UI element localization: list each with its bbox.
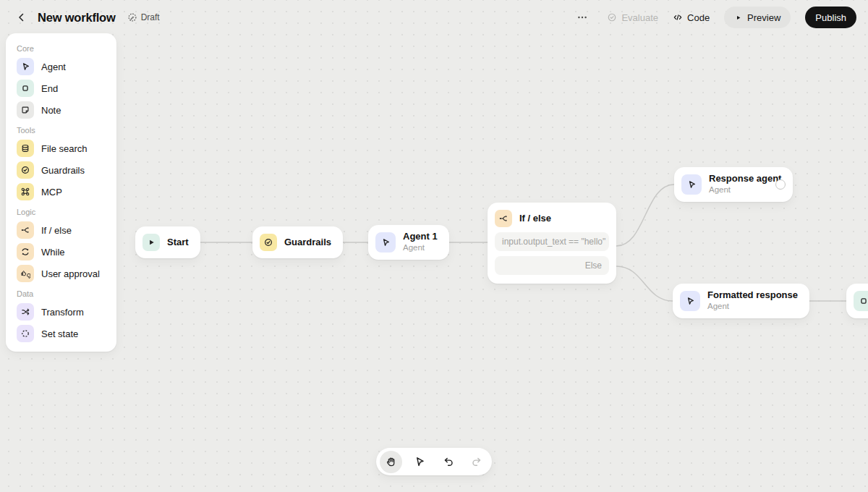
- node-palette: Core Agent End Note Tools File search Gu…: [6, 33, 116, 352]
- palette-item-note[interactable]: Note: [13, 99, 109, 121]
- workflow-title: New workflow: [38, 11, 116, 25]
- shuffle-icon: [17, 303, 34, 321]
- code-icon: [673, 12, 683, 22]
- chevron-left-icon: [16, 12, 27, 23]
- palette-item-agent[interactable]: Agent: [13, 56, 109, 77]
- top-bar: New workflow Draft Evaluate Code Preview…: [0, 0, 868, 35]
- section-label-logic: Logic: [13, 203, 109, 219]
- palette-item-label: Set state: [41, 328, 78, 339]
- palette-item-label: MCP: [41, 187, 62, 198]
- preview-label: Preview: [747, 12, 780, 23]
- back-button[interactable]: [12, 7, 32, 27]
- node-start[interactable]: Start: [135, 226, 200, 258]
- preview-button[interactable]: Preview: [724, 7, 791, 28]
- palette-item-while[interactable]: While: [13, 241, 109, 263]
- status-badge: Draft: [127, 12, 160, 22]
- palette-item-transform[interactable]: Transform: [13, 301, 109, 323]
- shield-check-icon: [17, 161, 34, 179]
- agent-cursor-icon: [375, 232, 396, 253]
- node-agent-1[interactable]: Agent 1 Agent: [368, 225, 449, 260]
- undo-icon: [443, 456, 454, 467]
- code-label: Code: [687, 12, 710, 23]
- palette-item-file-search[interactable]: File search: [13, 137, 109, 159]
- edge-ifelse-response-agent: [616, 184, 674, 246]
- palette-item-guardrails[interactable]: Guardrails: [13, 159, 109, 181]
- cursor-icon: [414, 456, 425, 467]
- agent-cursor-icon: [17, 58, 34, 75]
- status-badge-label: Draft: [141, 12, 160, 22]
- note-icon: [17, 101, 34, 119]
- code-button[interactable]: Code: [673, 12, 710, 23]
- ellipsis-icon: [576, 12, 588, 23]
- publish-label: Publish: [815, 12, 846, 23]
- undo-button[interactable]: [437, 451, 459, 473]
- node-title: Start: [167, 237, 189, 248]
- canvas-toolbar: [376, 448, 492, 475]
- publish-button[interactable]: Publish: [805, 7, 856, 28]
- palette-item-label: Agent: [41, 62, 66, 72]
- palette-item-mcp[interactable]: MCP: [13, 181, 109, 203]
- node-if-else[interactable]: If / else input.output_text == "hello" E…: [488, 203, 616, 284]
- top-bar-right: Evaluate Code Preview Publish: [572, 7, 856, 28]
- if-else-header: If / else: [495, 210, 609, 227]
- node-end-partial[interactable]: [846, 284, 868, 318]
- section-label-core: Core: [13, 39, 109, 56]
- dashed-circle-icon: [17, 325, 34, 342]
- play-icon: [142, 234, 160, 251]
- agent-cursor-icon: [681, 174, 702, 195]
- palette-item-label: Note: [41, 105, 61, 116]
- node-title: Agent 1: [403, 232, 438, 242]
- node-title: Guardrails: [284, 237, 331, 248]
- redo-button[interactable]: [466, 451, 488, 473]
- node-title: Response agent: [709, 174, 781, 184]
- else-row[interactable]: Else: [495, 256, 609, 275]
- node-title: If / else: [519, 213, 551, 224]
- branch-icon: [495, 210, 512, 227]
- evaluate-button[interactable]: Evaluate: [607, 12, 658, 23]
- loop-icon: [17, 243, 34, 260]
- output-port[interactable]: [775, 179, 786, 190]
- play-icon: [734, 14, 742, 22]
- palette-item-label: User approval: [41, 268, 100, 279]
- palette-item-user-approval[interactable]: User approval: [13, 263, 109, 284]
- section-label-data: Data: [13, 284, 109, 301]
- agent-cursor-icon: [680, 291, 700, 311]
- hand-icon: [386, 456, 397, 467]
- evaluate-label: Evaluate: [621, 12, 658, 23]
- end-square-icon: [17, 80, 34, 97]
- select-tool-button[interactable]: [409, 451, 431, 473]
- palette-item-label: End: [41, 83, 58, 94]
- palette-item-end[interactable]: End: [13, 77, 109, 99]
- section-label-tools: Tools: [13, 121, 109, 137]
- shield-check-icon: [260, 234, 277, 251]
- palette-item-set-state[interactable]: Set state: [13, 323, 109, 344]
- branch-icon: [17, 221, 34, 239]
- node-subtitle: Agent: [403, 243, 438, 253]
- thumbs-icon: [17, 265, 34, 282]
- palette-item-label: Transform: [41, 307, 84, 318]
- draft-icon: [127, 12, 137, 22]
- if-condition-row[interactable]: input.output_text == "hello": [495, 232, 609, 251]
- palette-item-if-else[interactable]: If / else: [13, 219, 109, 241]
- node-formatted-response[interactable]: Formatted response Agent: [673, 284, 809, 318]
- node-text: Response agent Agent: [709, 174, 781, 195]
- more-options-button[interactable]: [572, 7, 592, 27]
- top-bar-left: New workflow Draft: [12, 7, 160, 27]
- palette-item-label: If / else: [41, 225, 72, 236]
- node-text: Agent 1 Agent: [403, 232, 438, 253]
- database-icon: [17, 140, 34, 157]
- evaluate-icon: [607, 12, 617, 22]
- node-text: Formatted response Agent: [707, 290, 798, 312]
- edge-ifelse-formatted-response: [616, 266, 673, 301]
- hand-tool-button[interactable]: [380, 451, 402, 473]
- node-title: Formatted response: [707, 290, 798, 301]
- command-icon: [17, 183, 34, 200]
- node-guardrails[interactable]: Guardrails: [252, 226, 343, 258]
- end-square-icon: [854, 291, 868, 311]
- node-subtitle: Agent: [707, 302, 798, 312]
- palette-item-label: File search: [41, 143, 88, 154]
- palette-item-label: Guardrails: [41, 165, 85, 176]
- node-subtitle: Agent: [709, 185, 781, 195]
- palette-item-label: While: [41, 247, 65, 258]
- redo-icon: [471, 456, 482, 467]
